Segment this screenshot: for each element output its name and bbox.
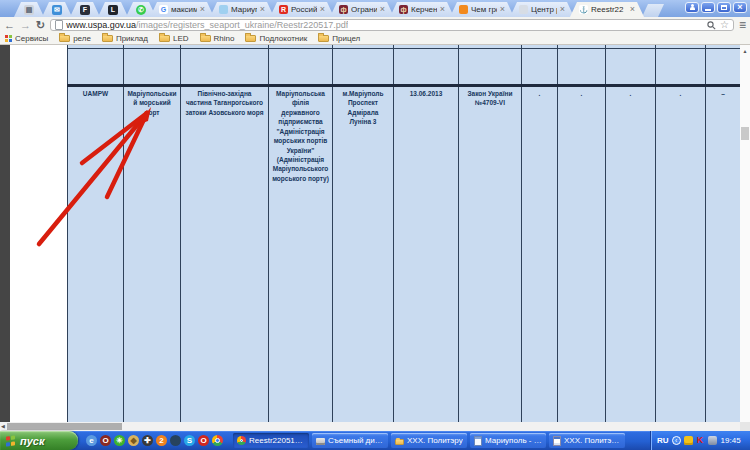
- browser-tab[interactable]: G максима ×: [150, 2, 214, 17]
- tab-strip: ▤ ✉ F L ✆ G максима × Мариупо × R Россий…: [0, 0, 750, 17]
- folder-icon: [245, 35, 256, 42]
- quicklaunch-skype-icon[interactable]: S: [184, 435, 195, 446]
- scrollbar-corner: [740, 422, 750, 431]
- taskbar-button-icon: [316, 438, 325, 445]
- quicklaunch-green-app-icon[interactable]: ✳: [114, 435, 125, 446]
- bookmark-folder[interactable]: LED: [159, 34, 189, 43]
- hide-icons-chevron[interactable]: ‹: [672, 436, 681, 445]
- restore-button[interactable]: [717, 2, 731, 13]
- scroll-up-icon[interactable]: ▲: [740, 48, 750, 54]
- bookmark-folder[interactable]: Приклад: [102, 34, 148, 43]
- tab-title: Мариупо: [231, 5, 257, 14]
- apps-shortcut[interactable]: Сервисы: [5, 34, 48, 43]
- punto-switcher-icon[interactable]: [684, 436, 693, 445]
- table-cell-text: Маріупольський морський порт: [124, 89, 180, 117]
- restore-icon: [721, 5, 727, 10]
- pinned-tab-l-app[interactable]: L: [98, 2, 128, 17]
- tray-misc-icon[interactable]: [708, 436, 717, 445]
- browser-tab[interactable]: Мариупо ×: [210, 2, 274, 17]
- reload-button[interactable]: ↻: [36, 20, 45, 31]
- table-column: 13.06.2013: [394, 45, 459, 422]
- tab-close-icon[interactable]: ×: [320, 5, 325, 14]
- address-bar[interactable]: www.uspa.gov.ua/images/registers_seaport…: [50, 19, 734, 31]
- quicklaunch-internet-icon[interactable]: e: [86, 435, 97, 446]
- pinned-tab-clipboard[interactable]: ▤: [14, 2, 44, 17]
- bookmark-folder[interactable]: Прицел: [318, 34, 360, 43]
- tab-title: Керченс: [411, 5, 437, 14]
- table-cell-text: 13.06.2013: [394, 89, 458, 98]
- pinned-tab-mail[interactable]: ✉: [42, 2, 72, 17]
- tab-close-icon[interactable]: ×: [500, 5, 505, 14]
- new-tab-button[interactable]: [642, 4, 664, 17]
- pinned-tab-f-app[interactable]: F: [70, 2, 100, 17]
- browser-tab[interactable]: Чем гроз ×: [450, 2, 514, 17]
- table-column: –: [706, 45, 740, 422]
- pinned-tab-favicon: ✉: [52, 5, 62, 15]
- browser-tab[interactable]: ⚓ Reestr22 ×: [570, 2, 644, 17]
- vertical-scrollbar[interactable]: ▲: [740, 45, 750, 422]
- tab-close-icon[interactable]: ×: [380, 5, 385, 14]
- browser-tab[interactable]: R Российск ×: [270, 2, 334, 17]
- tab-title: максима: [171, 5, 197, 14]
- close-button[interactable]: ×: [733, 2, 747, 13]
- tab-close-icon[interactable]: ×: [200, 5, 205, 14]
- quicklaunch-cad-app-icon[interactable]: ◆: [128, 435, 139, 446]
- vertical-scrollbar-thumb[interactable]: [741, 127, 749, 140]
- folder-icon: [59, 35, 70, 42]
- table-cell-text: –: [706, 89, 740, 98]
- table-column: м.Маріуполь Проспект Адмірала Луніна 3: [333, 45, 394, 422]
- table-column: Маріупольський морський порт: [124, 45, 181, 422]
- quicklaunch-orange-2-icon[interactable]: 2: [156, 435, 167, 446]
- page-icon: [55, 20, 63, 30]
- tab-favicon: G: [159, 5, 168, 14]
- pdf-viewer: UAMPW Маріупольський морський порт Півні…: [0, 45, 750, 431]
- quicklaunch-opera-red-icon[interactable]: O: [198, 435, 209, 446]
- quicklaunch-opera-dark-icon[interactable]: O: [100, 435, 111, 446]
- browser-tab[interactable]: ф Огранич ×: [330, 2, 394, 17]
- start-button[interactable]: пуск: [0, 431, 78, 450]
- table-cell-text: .: [656, 89, 705, 98]
- tab-favicon: [219, 5, 228, 14]
- browser-tab[interactable]: ф Керченс ×: [390, 2, 454, 17]
- table-cell-text: UAMPW: [68, 89, 123, 98]
- quicklaunch-firefox-icon[interactable]: [170, 435, 181, 446]
- tab-close-icon[interactable]: ×: [630, 5, 635, 14]
- kaspersky-icon[interactable]: K: [696, 436, 705, 445]
- taskbar-button[interactable]: Мариуполь - Блок...: [470, 433, 546, 448]
- table-cell-text: Маріупольська філія державного підприємс…: [269, 89, 332, 183]
- tab-close-icon[interactable]: ×: [260, 5, 265, 14]
- table-header-divider: [67, 84, 740, 87]
- bookmark-folder[interactable]: Rhino: [200, 34, 235, 43]
- tab-title: Огранич: [351, 5, 377, 14]
- menu-icon[interactable]: ≡: [739, 19, 746, 31]
- tab-close-icon[interactable]: ×: [560, 5, 565, 14]
- profile-button[interactable]: [685, 2, 699, 13]
- bookmark-star-icon[interactable]: ☆: [720, 20, 729, 30]
- bookmark-folder[interactable]: реле: [59, 34, 91, 43]
- horizontal-scrollbar[interactable]: ◀: [0, 422, 740, 431]
- forward-button[interactable]: →: [20, 20, 31, 31]
- taskbar-button[interactable]: Reestr220517.pdf ...: [233, 433, 309, 448]
- browser-tab[interactable]: Центр ре ×: [510, 2, 574, 17]
- taskbar-button[interactable]: ХХХ. Политэру [Ре...: [549, 433, 625, 448]
- tab-favicon: R: [279, 5, 288, 14]
- language-indicator[interactable]: RU: [657, 436, 669, 445]
- tab-title: Российск: [291, 5, 317, 14]
- tab-close-icon[interactable]: ×: [440, 5, 445, 14]
- tab-favicon: ф: [339, 5, 348, 14]
- quicklaunch-chrome-icon[interactable]: [212, 435, 223, 446]
- bookmark-folder[interactable]: Подлокотник: [245, 34, 307, 43]
- horizontal-scrollbar-thumb[interactable]: [7, 423, 122, 430]
- taskbar-button[interactable]: ХХХ. Политэру: [391, 433, 467, 448]
- taskbar-button-icon: [474, 436, 482, 446]
- seaport-register-table: UAMPW Маріупольський морський порт Півні…: [67, 45, 740, 422]
- back-button[interactable]: ←: [4, 20, 15, 31]
- zoom-icon[interactable]: [707, 21, 716, 30]
- bookmarks-bar: Сервисы реле Приклад LED Rhino Подлокотн…: [0, 33, 750, 45]
- taskbar-button[interactable]: Съемный диск (G:): [312, 433, 388, 448]
- pinned-tab-favicon: F: [80, 5, 90, 15]
- minimize-button[interactable]: [701, 2, 715, 13]
- close-icon: ×: [737, 3, 742, 12]
- scroll-left-icon[interactable]: ◀: [1, 423, 5, 430]
- quicklaunch-cross-app-icon[interactable]: ✚: [142, 435, 153, 446]
